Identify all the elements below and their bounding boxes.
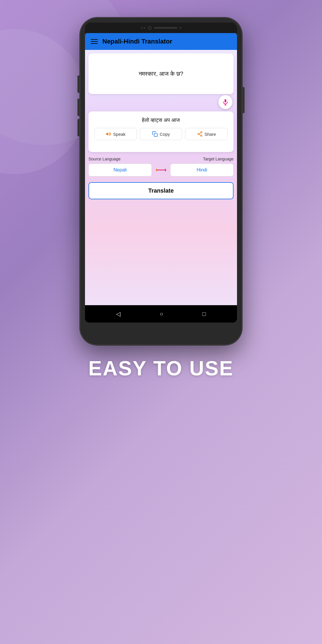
svg-rect-0	[225, 99, 226, 102]
action-buttons: Speak Copy	[94, 128, 228, 140]
target-language-label: Target Language	[203, 157, 234, 161]
phone-screen: Nepali-Hindi Translator नमस्कार, आज के छ…	[85, 33, 237, 323]
phone-bottom-nav: ◁ ○ □	[85, 305, 237, 323]
translate-button[interactable]: Translate	[88, 182, 234, 199]
hamburger-line	[91, 41, 98, 42]
source-language-button[interactable]: Nepali	[88, 164, 152, 176]
svg-marker-3	[106, 132, 108, 136]
app-title: Nepali-Hindi Translator	[102, 38, 172, 45]
speaker-icon	[106, 131, 111, 137]
sensor-dots	[141, 27, 145, 29]
language-selectors: Nepali Hindi	[88, 164, 234, 176]
share-button[interactable]: Share	[185, 128, 228, 140]
copy-icon	[152, 131, 158, 137]
swap-languages-button[interactable]	[154, 164, 168, 176]
input-card[interactable]: नमस्कार, आज के छ?	[88, 53, 234, 94]
share-label: Share	[205, 132, 216, 137]
svg-line-8	[199, 134, 201, 135]
hamburger-line	[91, 43, 98, 44]
phone-shell: Nepali-Hindi Translator नमस्कार, आज के छ…	[80, 17, 242, 345]
tagline: EASY TO USE	[88, 357, 234, 380]
swap-icon	[155, 167, 167, 173]
hamburger-menu-icon[interactable]	[91, 39, 98, 44]
phone-camera-area	[141, 26, 181, 30]
output-text: हेलो व्हाट्स अप आज	[94, 117, 228, 123]
sensor-dot	[180, 27, 181, 29]
svg-rect-4	[154, 133, 158, 137]
svg-line-9	[199, 133, 201, 133]
copy-button[interactable]: Copy	[140, 128, 182, 140]
speak-button[interactable]: Speak	[94, 128, 137, 140]
input-text: नमस्कार, आज के छ?	[139, 69, 183, 78]
share-icon	[197, 131, 203, 137]
svg-point-5	[200, 132, 202, 133]
copy-label: Copy	[160, 132, 170, 137]
language-section: Source Language Target Language Nepali	[88, 154, 234, 179]
svg-marker-12	[165, 168, 166, 172]
language-labels: Source Language Target Language	[88, 157, 234, 161]
svg-marker-11	[156, 168, 157, 172]
microphone-icon	[222, 99, 229, 106]
svg-point-6	[198, 133, 199, 135]
back-nav-button[interactable]: ◁	[116, 310, 120, 317]
sensor-dot	[141, 27, 142, 29]
phone-top-bar	[85, 23, 237, 33]
output-card: हेलो व्हाट्स अप आज Speak	[88, 111, 234, 152]
mic-button[interactable]	[218, 95, 232, 109]
speaker-grill	[154, 27, 177, 29]
app-content: नमस्कार, आज के छ? हेलो व्ह	[85, 50, 237, 305]
source-language-label: Source Language	[88, 157, 121, 161]
home-nav-button[interactable]: ○	[160, 311, 163, 317]
recent-nav-button[interactable]: □	[202, 311, 206, 317]
front-camera	[148, 26, 152, 30]
sensor-dot	[144, 27, 145, 29]
svg-point-7	[200, 135, 202, 136]
mic-area	[88, 95, 234, 109]
target-language-button[interactable]: Hindi	[170, 164, 234, 176]
app-bar: Nepali-Hindi Translator	[85, 33, 237, 50]
speak-label: Speak	[113, 132, 126, 137]
hamburger-line	[91, 39, 98, 40]
